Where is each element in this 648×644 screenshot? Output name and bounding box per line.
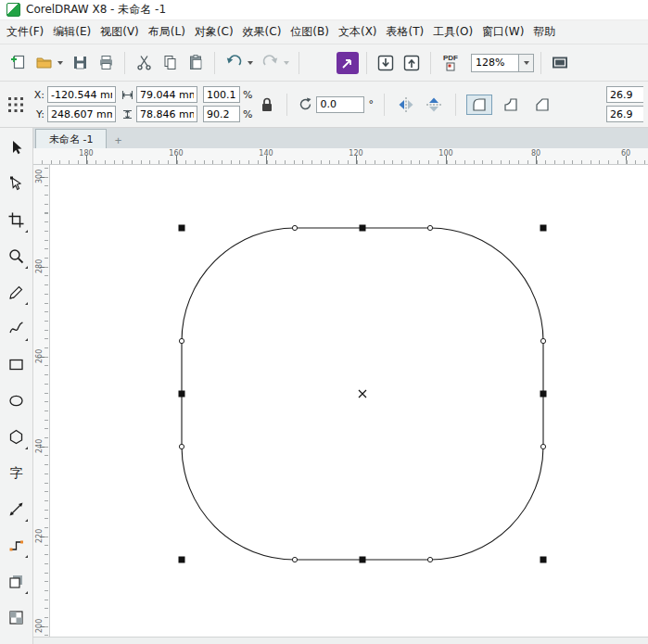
menu-table[interactable]: 表格(T) bbox=[382, 20, 429, 44]
pdf-label: PDF bbox=[443, 55, 458, 62]
menu-edit[interactable]: 编辑(E) bbox=[48, 20, 95, 44]
copy-button[interactable] bbox=[158, 51, 182, 75]
menu-bitmaps[interactable]: 位图(B) bbox=[286, 20, 334, 44]
lock-ratio-button[interactable] bbox=[258, 87, 276, 122]
cut-button[interactable] bbox=[132, 51, 156, 75]
save-button[interactable] bbox=[68, 51, 92, 75]
position-fields: X: Y: bbox=[32, 86, 116, 122]
connector-tool[interactable] bbox=[3, 529, 31, 561]
undo-dropdown-arrow-icon[interactable] bbox=[248, 61, 253, 65]
drawing-canvas[interactable] bbox=[50, 165, 648, 644]
open-dropdown-arrow-icon[interactable] bbox=[57, 61, 63, 65]
new-document-button[interactable] bbox=[6, 51, 30, 75]
menu-effects[interactable]: 效果(C) bbox=[238, 20, 286, 44]
scale-horizontal-input[interactable] bbox=[203, 86, 240, 103]
new-document-tab-button[interactable]: + bbox=[108, 132, 127, 148]
vertical-ruler[interactable]: 300 280 260 240 220 200 bbox=[33, 165, 50, 644]
mirror-horizontal-button[interactable] bbox=[395, 94, 417, 116]
zoom-dropdown-button[interactable] bbox=[519, 54, 534, 72]
menu-view[interactable]: 视图(V) bbox=[95, 20, 144, 44]
document-tab[interactable]: 未命名 -1 bbox=[35, 129, 107, 148]
export-button[interactable] bbox=[400, 51, 424, 75]
toolbox: 字 bbox=[0, 128, 33, 644]
pick-arrow-icon bbox=[7, 139, 25, 157]
shape-node-arrow-icon bbox=[7, 175, 25, 193]
toolbar-separator bbox=[540, 52, 541, 74]
mirror-vertical-icon bbox=[425, 96, 443, 113]
round-corner-button[interactable] bbox=[466, 95, 492, 115]
scale-vertical-input[interactable] bbox=[203, 106, 240, 122]
polygon-tool[interactable] bbox=[3, 421, 31, 452]
ruler-number: 200 bbox=[32, 620, 47, 633]
open-button[interactable] bbox=[32, 51, 56, 75]
ruler-number: 240 bbox=[32, 440, 47, 453]
ruler-number: 60 bbox=[621, 149, 630, 158]
mirror-vertical-button[interactable] bbox=[423, 94, 445, 116]
bezier-tool[interactable] bbox=[3, 312, 31, 344]
horizontal-scrollbar[interactable] bbox=[33, 637, 648, 644]
paste-clipboard-icon bbox=[187, 54, 205, 71]
menu-tools[interactable]: 工具(O) bbox=[428, 20, 477, 44]
zoom-level-input[interactable] bbox=[471, 54, 519, 72]
title-bar: CorelDRAW X8 - 未命名 -1 bbox=[0, 0, 648, 20]
ruler-number: 180 bbox=[79, 149, 93, 158]
y-position-input[interactable] bbox=[47, 106, 116, 122]
corner-radius-top-input[interactable] bbox=[606, 86, 643, 103]
ruler-number: 100 bbox=[438, 149, 452, 158]
freehand-tool[interactable] bbox=[3, 276, 31, 308]
ellipse-icon bbox=[7, 392, 25, 410]
ruler-number: 260 bbox=[32, 350, 47, 363]
dimension-tool[interactable] bbox=[3, 493, 31, 524]
ruler-number: 80 bbox=[531, 149, 540, 158]
text-tool[interactable]: 字 bbox=[3, 457, 31, 488]
object-height-input[interactable] bbox=[136, 106, 197, 122]
menu-object[interactable]: 对象(C) bbox=[190, 20, 238, 44]
rectangle-tool[interactable] bbox=[3, 348, 31, 380]
menu-file[interactable]: 文件(F) bbox=[2, 20, 48, 44]
degree-label: ° bbox=[368, 98, 374, 110]
scalloped-corner-button[interactable] bbox=[498, 95, 524, 115]
menu-text[interactable]: 文本(X) bbox=[334, 20, 382, 44]
import-button[interactable] bbox=[374, 51, 398, 75]
object-center-marker[interactable] bbox=[359, 390, 366, 398]
chamfered-corner-button[interactable] bbox=[529, 95, 555, 115]
percent-label: % bbox=[243, 108, 252, 120]
app-launcher-icon bbox=[337, 52, 359, 74]
open-folder-icon bbox=[35, 54, 53, 71]
undo-button[interactable] bbox=[222, 51, 246, 75]
round-corner-icon bbox=[471, 96, 488, 113]
menu-help[interactable]: 帮助 bbox=[528, 20, 560, 44]
paste-button[interactable] bbox=[184, 51, 208, 75]
rotation-icon bbox=[298, 96, 313, 112]
menu-layout[interactable]: 布局(L) bbox=[144, 20, 190, 44]
publish-pdf-button[interactable]: PDF bbox=[438, 50, 464, 76]
toolbar-separator bbox=[299, 52, 299, 74]
ellipse-tool[interactable] bbox=[3, 385, 31, 416]
window-title: CorelDRAW X8 - 未命名 -1 bbox=[26, 2, 166, 18]
crop-tool[interactable] bbox=[3, 204, 31, 235]
y-label: Y: bbox=[32, 108, 44, 120]
fullscreen-preview-icon bbox=[551, 55, 569, 71]
object-origin-selector[interactable] bbox=[5, 94, 27, 116]
redo-dropdown-arrow-icon[interactable] bbox=[284, 61, 289, 65]
size-fields bbox=[121, 86, 197, 122]
object-width-input[interactable] bbox=[136, 86, 197, 103]
shape-tool[interactable] bbox=[3, 168, 31, 199]
pick-tool[interactable] bbox=[3, 132, 31, 163]
zoom-level-combo bbox=[471, 54, 534, 72]
app-launcher-button[interactable] bbox=[336, 51, 360, 75]
fullscreen-preview-button[interactable] bbox=[548, 51, 572, 75]
propbar-separator bbox=[455, 94, 456, 116]
document-tab-bar: 未命名 -1 + bbox=[33, 128, 648, 148]
transparency-tool[interactable] bbox=[3, 601, 31, 633]
corner-radius-bottom-input[interactable] bbox=[606, 106, 643, 122]
redo-button[interactable] bbox=[258, 51, 282, 75]
menu-window[interactable]: 窗口(W) bbox=[477, 20, 528, 44]
toolbar-separator bbox=[430, 52, 431, 74]
horizontal-ruler[interactable]: 180 160 140 120 100 80 60 bbox=[33, 148, 648, 165]
print-button[interactable] bbox=[94, 51, 118, 75]
drop-shadow-tool[interactable] bbox=[3, 565, 31, 597]
zoom-tool[interactable] bbox=[3, 240, 31, 271]
x-position-input[interactable] bbox=[47, 86, 116, 103]
rotation-angle-input[interactable] bbox=[316, 96, 364, 113]
